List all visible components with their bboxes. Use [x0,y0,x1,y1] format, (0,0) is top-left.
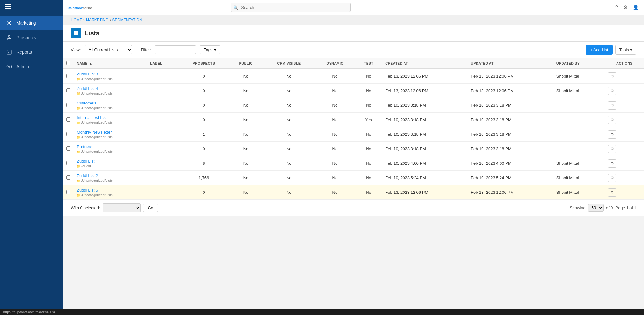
hamburger-icon[interactable] [5,4,11,9]
table-header: NAME ▲ LABEL PROSPECTS PUBLIC CRM VISIBL… [63,58,644,69]
list-name-link[interactable]: Zuddl List 2 [77,173,98,178]
row-label-cell [147,156,179,171]
svg-text:pardot: pardot [83,6,92,9]
filter-input[interactable] [155,45,196,54]
row-checkbox[interactable] [66,161,70,165]
row-checkbox-cell [63,127,74,142]
sidebar-item-admin[interactable]: Admin [0,59,63,74]
row-actions-button[interactable]: ⚙ [608,72,616,80]
row-checkbox-cell [63,113,74,127]
tags-dropdown-icon: ▾ [214,47,216,52]
row-actions-button[interactable]: ⚙ [608,87,616,95]
row-checkbox[interactable] [66,117,70,122]
row-checkbox-cell [63,142,74,156]
row-actions-button[interactable]: ⚙ [608,130,616,139]
row-public-cell: No [229,156,263,171]
sidebar-item-label-prospects: Prospects [16,35,36,40]
folder-icon: 📁 [77,150,81,153]
row-actions-cell: ⚙ [605,127,644,142]
user-icon[interactable]: 👤 [633,4,639,10]
sidebar-item-reports[interactable]: Reports [0,45,63,59]
view-select[interactable]: All Current Lists [85,45,132,54]
row-created-at-cell: Feb 10, 2023 3:18 PM [382,98,468,113]
row-updated-by-cell: Shobit Mittal [553,171,605,185]
select-all-checkbox[interactable] [66,61,70,65]
list-name-link[interactable]: Zuddl List [77,159,94,163]
row-checkbox-cell [63,84,74,98]
row-checkbox[interactable] [66,175,70,180]
list-name-link[interactable]: Customers [77,101,97,105]
row-checkbox[interactable] [66,190,70,194]
lists-table-container: NAME ▲ LABEL PROSPECTS PUBLIC CRM VISIBL… [63,58,644,200]
list-path-text: /Uncategorized/Lists [81,179,113,182]
row-crm-visible-cell: No [263,127,315,142]
row-checkbox[interactable] [66,88,70,92]
bulk-action-select[interactable] [103,203,141,212]
lists-table: NAME ▲ LABEL PROSPECTS PUBLIC CRM VISIBL… [63,58,644,200]
row-actions-cell: ⚙ [605,113,644,127]
row-updated-at-cell: Feb 10, 2023 3:18 PM [468,142,553,156]
row-checkbox[interactable] [66,146,70,151]
list-name-link[interactable]: Partners [77,144,92,149]
row-checkbox-cell [63,185,74,200]
sidebar-item-prospects[interactable]: Prospects [0,30,63,45]
list-name-link[interactable]: Zuddl List 4 [77,86,98,91]
list-name-link[interactable]: Monthly Newsletter [77,130,112,134]
row-prospects-cell: 0 [179,69,228,84]
row-name-cell: Zuddl List 4 📁 /Uncategorized/Lists [74,84,147,98]
row-updated-by-cell: Shobit Mittal [553,156,605,171]
settings-icon[interactable]: ⚙ [623,4,628,10]
search-icon: 🔍 [233,5,238,10]
list-name-link[interactable]: Internal Test List [77,115,106,120]
go-button[interactable]: Go [143,204,158,212]
row-actions-button[interactable]: ⚙ [608,188,616,197]
breadcrumb-marketing[interactable]: MARKETING [86,18,108,22]
help-icon[interactable]: ? [615,5,618,10]
svg-text:salesforce: salesforce [68,6,84,9]
breadcrumb-sep2: › [110,18,111,22]
topbar: salesforce pardot 🔍 ? ⚙ 👤 [63,0,644,15]
sidebar-header [0,0,63,13]
row-test-cell: Yes [355,113,382,127]
svg-rect-7 [76,31,78,33]
row-checkbox-cell [63,156,74,171]
row-public-cell: No [229,69,263,84]
row-name-cell: Zuddl List 2 📁 /Uncategorized/Lists [74,171,147,185]
row-actions-button[interactable]: ⚙ [608,116,616,124]
row-actions-button[interactable]: ⚙ [608,159,616,168]
table-row: Internal Test List 📁 /Uncategorized/List… [63,113,644,127]
row-label-cell [147,84,179,98]
tools-dropdown-icon: ▾ [630,47,632,52]
add-list-button[interactable]: + Add List [586,45,612,55]
row-prospects-cell: 0 [179,113,228,127]
search-input[interactable] [231,3,351,12]
sidebar-item-marketing[interactable]: Marketing [0,16,63,30]
row-dynamic-cell: No [315,156,355,171]
page-header: Lists [63,25,644,42]
row-actions-button[interactable]: ⚙ [608,101,616,110]
breadcrumb-home[interactable]: HOME [71,18,82,22]
row-name-cell: Internal Test List 📁 /Uncategorized/List… [74,113,147,127]
list-path-text: /Uncategorized/Lists [81,77,113,81]
row-updated-at-cell: Feb 10, 2023 4:00 PM [468,156,553,171]
row-dynamic-cell: No [315,185,355,200]
row-checkbox-cell [63,69,74,84]
logo: salesforce pardot [68,4,97,11]
row-actions-button[interactable]: ⚙ [608,145,616,153]
folder-icon: 📁 [77,121,81,124]
row-checkbox[interactable] [66,74,70,78]
tags-button[interactable]: Tags ▾ [200,45,220,54]
list-name-link[interactable]: Zuddl List 3 [77,72,98,76]
per-page-select[interactable]: 50 [588,204,604,212]
row-dynamic-cell: No [315,84,355,98]
row-actions-cell: ⚙ [605,98,644,113]
row-checkbox[interactable] [66,103,70,107]
breadcrumb-segmentation[interactable]: SEGMENTATION [112,18,142,22]
list-name-link[interactable]: Zuddl List 5 [77,188,98,193]
folder-icon: 📁 [77,193,81,197]
row-checkbox[interactable] [66,132,70,136]
row-actions-button[interactable]: ⚙ [608,174,616,182]
tools-button[interactable]: Tools ▾ [615,45,636,55]
main-content: salesforce pardot 🔍 ? ⚙ 👤 HOME › MARKETI… [63,0,644,315]
row-dynamic-cell: No [315,113,355,127]
